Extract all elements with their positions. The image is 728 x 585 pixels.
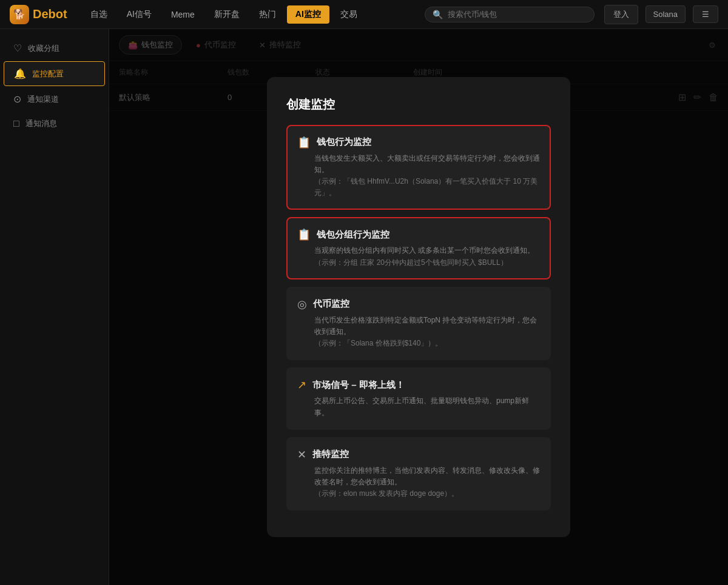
option-market-signal[interactable]: ↗ 市场信号 – 即将上线！ 交易所上币公告、交易所上币通知、批量聪明钱包异动、…: [286, 367, 551, 429]
solana-label: Solana: [653, 10, 678, 19]
bell-icon: 🔔: [14, 68, 26, 79]
token-monitor-title: 代币监控: [313, 298, 349, 310]
sidebar-label-zujian: 收藏分组: [28, 43, 59, 54]
option-token-monitor[interactable]: ◎ 代币监控 当代币发生价格涨跌到特定金额或TopN 持仓变动等特定行为时，您会…: [286, 287, 551, 361]
nav-aijiance[interactable]: AI监控: [287, 5, 329, 24]
modal-overlay: 创建监控 📋 钱包行为监控 当钱包发生大额买入、大额卖出或任何交易等特定行为时，…: [109, 29, 728, 585]
wallet-behavior-title: 钱包行为监控: [317, 136, 371, 148]
top-nav: 🐕 Debot 自选 AI信号 Meme 新开盘 热门 AI监控 交易 🔍 登入…: [0, 0, 728, 29]
sidebar-label-xiaoxi: 通知消息: [25, 118, 57, 129]
sidebar-item-xiaoxi[interactable]: □ 通知消息: [4, 112, 105, 135]
content-area: 👛 钱包监控 ● 代币监控 ✕ 推特监控 ⚙ 策略名称 钱包数 状态 创建时间: [109, 29, 728, 585]
nav-jiaoyi[interactable]: 交易: [332, 5, 366, 24]
option-wallet-behavior[interactable]: 📋 钱包行为监控 当钱包发生大额买入、大额卖出或任何交易等特定行为时，您会收到通…: [286, 125, 551, 210]
nav-meme[interactable]: Meme: [163, 6, 203, 23]
nav-xinkaipan[interactable]: 新开盘: [206, 5, 248, 24]
option-market-signal-header: ↗ 市场信号 – 即将上线！: [297, 378, 540, 392]
logo-text: Debot: [33, 7, 67, 21]
twitter-monitor-icon: ✕: [297, 448, 306, 461]
nav-ai[interactable]: AI信号: [118, 5, 160, 24]
market-signal-desc: 交易所上币公告、交易所上币通知、批量聪明钱包异动、pump新鲜事。: [297, 395, 540, 418]
option-wallet-group[interactable]: 📋 钱包分组行为监控 当观察的钱包分组内有同时买入 或多条出某一个币时您会收到通…: [286, 217, 551, 279]
sidebar-label-tongzhi: 通知渠道: [27, 94, 59, 105]
market-signal-title: 市场信号 – 即将上线！: [312, 379, 405, 391]
wallet-behavior-desc: 当钱包发生大额买入、大额卖出或任何交易等特定行为时，您会收到通知。 （示例：「钱…: [297, 153, 540, 199]
twitter-monitor-title: 推特监控: [312, 449, 349, 460]
solana-button[interactable]: Solana: [645, 5, 686, 23]
wallet-behavior-icon: 📋: [297, 136, 311, 149]
wallet-group-title: 钱包分组行为监控: [317, 229, 389, 241]
modal-box: 创建监控 📋 钱包行为监控 当钱包发生大额买入、大额卖出或任何交易等特定行为时，…: [267, 77, 570, 538]
hamburger-button[interactable]: ☰: [693, 5, 718, 23]
heart-icon: ♡: [13, 42, 22, 54]
main-layout: ♡ 收藏分组 🔔 监控配置 ⊙ 通知渠道 □ 通知消息 👛 钱包监控 ● 代币监…: [0, 29, 728, 585]
option-wallet-group-header: 📋 钱包分组行为监控: [297, 228, 540, 241]
search-icon: 🔍: [433, 10, 443, 19]
token-monitor-icon: ◎: [297, 298, 307, 311]
twitter-monitor-desc: 监控你关注的推特博主，当他们发表内容、转发消息、修改改头像、修改签名时，您会收到…: [297, 465, 540, 500]
option-twitter-monitor[interactable]: ✕ 推特监控 监控你关注的推特博主，当他们发表内容、转发消息、修改改头像、修改签…: [286, 437, 551, 511]
nav-zixuan[interactable]: 自选: [82, 5, 116, 24]
wallet-group-icon: 📋: [297, 228, 311, 241]
sidebar-label-jiankong: 监控配置: [32, 69, 64, 79]
message-icon: □: [13, 118, 19, 129]
sidebar-item-tongzhi[interactable]: ⊙ 通知渠道: [4, 87, 105, 111]
wallet-group-desc: 当观察的钱包分组内有同时买入 或多条出某一个币时您会收到通知。 （示例：分组 庄…: [297, 245, 540, 268]
channel-icon: ⊙: [13, 93, 21, 105]
nav-remen[interactable]: 热门: [251, 5, 285, 24]
login-button[interactable]: 登入: [604, 5, 638, 24]
option-token-monitor-header: ◎ 代币监控: [297, 298, 540, 311]
sidebar-item-zujian[interactable]: ♡ 收藏分组: [4, 36, 105, 60]
nav-right: 登入 Solana ☰: [604, 5, 718, 24]
logo[interactable]: 🐕 Debot: [10, 5, 67, 24]
search-input[interactable]: [448, 10, 587, 19]
token-monitor-desc: 当代币发生价格涨跌到特定金额或TopN 持仓变动等特定行为时，您会收到通知。 （…: [297, 315, 540, 350]
option-wallet-behavior-header: 📋 钱包行为监控: [297, 136, 540, 149]
logo-icon: 🐕: [10, 5, 29, 24]
market-signal-icon: ↗: [297, 378, 306, 392]
option-twitter-monitor-header: ✕ 推特监控: [297, 448, 540, 461]
search-bar: 🔍: [425, 7, 595, 22]
modal-title: 创建监控: [286, 96, 551, 113]
nav-items: 自选 AI信号 Meme 新开盘 热门 AI监控 交易: [82, 5, 425, 24]
sidebar: ♡ 收藏分组 🔔 监控配置 ⊙ 通知渠道 □ 通知消息: [0, 29, 109, 585]
sidebar-item-jiankong[interactable]: 🔔 监控配置: [4, 61, 105, 86]
